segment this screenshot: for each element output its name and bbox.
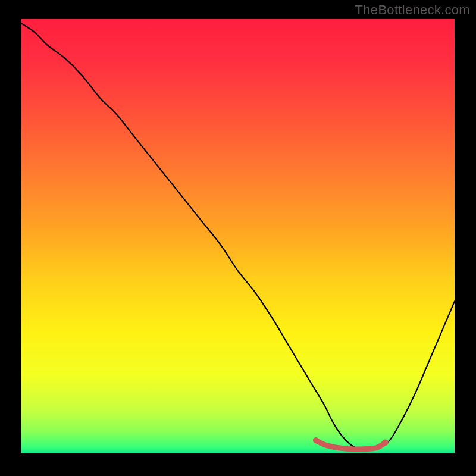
- optimal-flat-endpoint: [382, 440, 388, 446]
- optimal-flat-endpoint: [313, 437, 319, 443]
- gradient-background: [21, 19, 455, 453]
- bottleneck-chart: [0, 0, 476, 476]
- chart-frame: { "watermark": "TheBottleneck.com", "col…: [0, 0, 476, 476]
